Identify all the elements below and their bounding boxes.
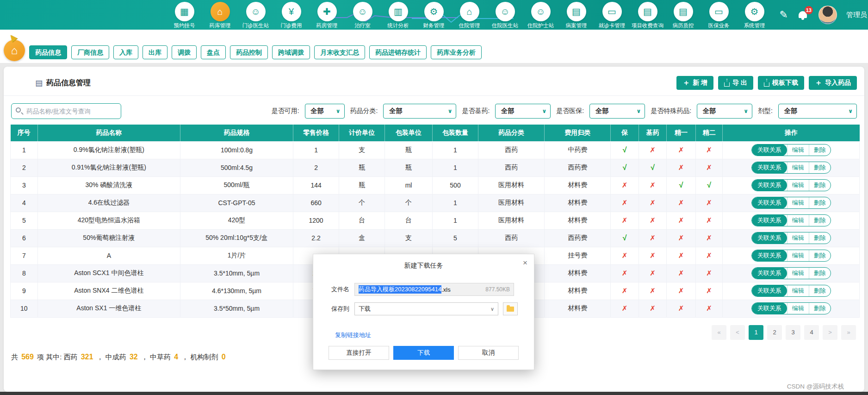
relation-button[interactable]: 关联关系 <box>752 179 787 191</box>
nav-item-14[interactable]: ▤项目收费查询 <box>630 0 665 30</box>
relation-button[interactable]: 关联关系 <box>752 302 787 314</box>
summary-label: ， 机构制剂 <box>180 353 220 361</box>
tab-4[interactable]: 出库 <box>143 45 167 59</box>
tab-5[interactable]: 调拨 <box>172 45 197 59</box>
filter-select-3[interactable]: 全部∨ <box>495 104 551 119</box>
relation-button[interactable]: 关联关系 <box>752 214 787 226</box>
delete-button[interactable]: 删除 <box>809 250 831 262</box>
relation-button[interactable]: 关联关系 <box>752 162 787 174</box>
delete-button[interactable]: 删除 <box>809 197 831 209</box>
nav-item-13[interactable]: ▭就诊卡管理 <box>594 0 630 30</box>
saveto-select[interactable]: 下载 ∨ <box>354 302 498 315</box>
page-item-1[interactable]: 1 <box>749 325 763 340</box>
tab-2[interactable]: 厂商信息 <box>71 45 109 59</box>
edit-button[interactable]: 编辑 <box>787 267 809 279</box>
edit-button[interactable]: 编辑 <box>787 197 809 209</box>
page-item-4[interactable]: 4 <box>804 325 819 340</box>
nav-item-7[interactable]: ▥统计分析 <box>380 0 416 30</box>
page-item-2[interactable]: 2 <box>767 325 782 340</box>
edit-button[interactable]: 编辑 <box>787 250 809 262</box>
delete-button[interactable]: 删除 <box>809 214 831 226</box>
edit-button[interactable]: 编辑 <box>787 285 809 297</box>
cross-icon: ✗ <box>667 264 695 282</box>
edit-button[interactable]: 编辑 <box>787 144 809 156</box>
cross-icon: ✗ <box>611 247 639 264</box>
edit-pencil-icon[interactable]: ✎ <box>780 9 788 21</box>
relation-button[interactable]: 关联关系 <box>752 197 787 209</box>
tab-8[interactable]: 跨域调拨 <box>272 45 310 59</box>
edit-button[interactable]: 编辑 <box>787 179 809 191</box>
filter-select-5[interactable]: 全部∨ <box>697 104 752 119</box>
tab-9[interactable]: 月末收支汇总 <box>314 45 365 59</box>
delete-button[interactable]: 删除 <box>809 144 831 156</box>
cell-spec: 4.6*130mm, 5µm <box>180 282 293 300</box>
delete-button[interactable]: 删除 <box>809 302 831 314</box>
close-icon[interactable]: × <box>523 259 527 267</box>
nav-item-5[interactable]: ✚药房管理 <box>309 0 345 30</box>
search-input[interactable] <box>11 103 121 119</box>
relation-button[interactable]: 关联关系 <box>752 144 787 156</box>
page-item->[interactable]: > <box>823 325 837 340</box>
edit-button[interactable]: 编辑 <box>787 302 809 314</box>
nav-item-6[interactable]: ☺治疗室 <box>345 0 380 30</box>
relation-button[interactable]: 关联关系 <box>752 285 787 297</box>
nav-item-15[interactable]: ▤病历质控 <box>665 0 701 30</box>
column-header-3: 药品规格 <box>180 125 293 141</box>
delete-button[interactable]: 删除 <box>809 267 831 279</box>
action-button-3[interactable]: 模板下载 <box>758 76 804 90</box>
avatar[interactable] <box>818 6 837 24</box>
download-button[interactable]: 下载 <box>393 346 454 360</box>
browse-folder-button[interactable] <box>503 302 518 315</box>
action-button-2[interactable]: 导 出 <box>718 76 753 90</box>
tab-10[interactable]: 药品进销存统计 <box>369 45 427 59</box>
page-item-»[interactable]: » <box>841 325 856 340</box>
filter-select-1[interactable]: 全部∨ <box>305 104 345 119</box>
nav-item-17[interactable]: ⚙系统管理 <box>737 0 772 30</box>
page-item-3[interactable]: 3 <box>786 325 800 340</box>
delete-button[interactable]: 删除 <box>809 232 831 244</box>
delete-button[interactable]: 删除 <box>809 162 831 174</box>
nav-item-12[interactable]: ▤病案管理 <box>558 0 594 30</box>
filename-label: 文件名 <box>331 285 351 294</box>
search-icon <box>16 107 21 113</box>
action-button-4[interactable]: ＋导入药品 <box>809 76 857 90</box>
cell-name: Aston SX1 一维色谱柱 <box>37 300 180 317</box>
edit-button[interactable]: 编辑 <box>787 232 809 244</box>
nav-item-8[interactable]: ⚙财务管理 <box>416 0 452 30</box>
nav-item-label: 财务管理 <box>416 22 452 29</box>
relation-button[interactable]: 关联关系 <box>752 250 787 262</box>
delete-button[interactable]: 删除 <box>809 179 831 191</box>
nav-item-16[interactable]: ▭医保业务 <box>701 0 737 30</box>
action-button-label: 模板下载 <box>772 79 798 87</box>
tab-6[interactable]: 盘点 <box>201 45 226 59</box>
nav-item-11[interactable]: ☺住院护士站 <box>523 0 558 30</box>
tab-1[interactable]: 药品信息 <box>29 45 67 59</box>
filter-select-2[interactable]: 全部∨ <box>383 104 456 119</box>
relation-button[interactable]: 关联关系 <box>752 232 787 244</box>
nav-item-9[interactable]: ⌂住院管理 <box>452 0 487 30</box>
nav-item-2[interactable]: ⌂药库管理 <box>202 0 238 30</box>
nav-item-4[interactable]: ¥门诊费用 <box>273 0 309 30</box>
filter-select-4[interactable]: 全部∨ <box>589 104 645 119</box>
filename-field[interactable]: 药品导入模板20230822095414 .xls 877.50KB <box>354 283 514 296</box>
edit-button[interactable]: 编辑 <box>787 162 809 174</box>
copy-link-button[interactable]: 复制链接地址 <box>335 331 371 339</box>
page-item-<[interactable]: < <box>730 325 745 340</box>
cancel-button[interactable]: 取消 <box>458 346 519 360</box>
page-item-«[interactable]: « <box>712 325 726 340</box>
home-icon[interactable]: ⌂ <box>4 40 25 61</box>
nav-item-1[interactable]: ▦预约挂号 <box>167 0 202 30</box>
delete-button[interactable]: 删除 <box>809 285 831 297</box>
tab-11[interactable]: 药库业务分析 <box>431 45 482 59</box>
tab-7[interactable]: 药品控制 <box>230 45 268 59</box>
filter-select-6[interactable]: 全部∨ <box>778 104 857 119</box>
relation-button[interactable]: 关联关系 <box>752 267 787 279</box>
nav-item-10[interactable]: ☺住院医生站 <box>487 0 523 30</box>
edit-button[interactable]: 编辑 <box>787 214 809 226</box>
notifications-button[interactable]: 13 <box>797 9 809 21</box>
tab-3[interactable]: 入库 <box>113 45 138 59</box>
nav-item-3[interactable]: ☺门诊医生站 <box>238 0 273 30</box>
open-directly-button[interactable]: 直接打开 <box>329 346 389 360</box>
cell-category: 西药 <box>478 159 545 176</box>
action-button-1[interactable]: ＋新 增 <box>676 76 713 90</box>
